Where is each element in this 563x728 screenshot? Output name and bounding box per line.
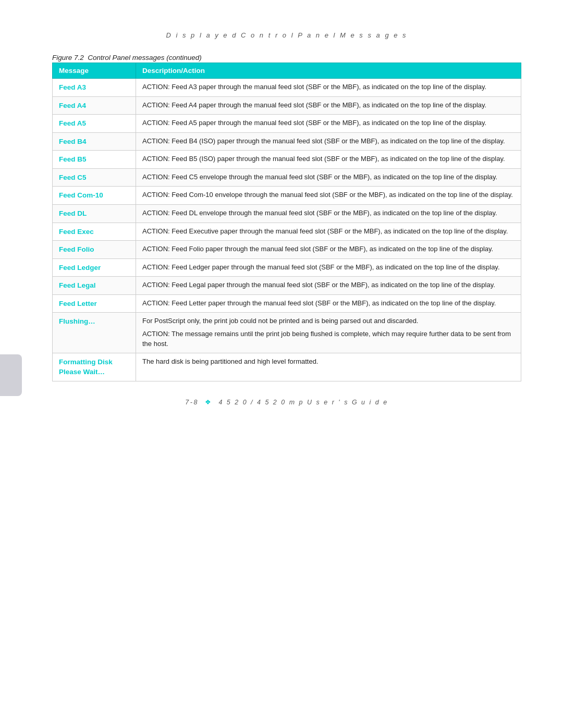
description-cell: ACTION: Feed C5 envelope through the man… [136,168,521,187]
figure-title: Figure 7.2 Control Panel messages (conti… [52,54,202,61]
col-description-header: Description/Action [136,63,521,79]
footer-guide-text: 4 5 2 0 / 4 5 2 0 m p U s e r ' s G u i … [218,399,388,406]
message-cell: Feed B5 [53,151,136,169]
table-row: Feed Com-10ACTION: Feed Com-10 envelope … [53,187,521,205]
table-row: Formatting DiskPlease Wait…The hard disk… [53,353,521,381]
table-row: Feed LedgerACTION: Feed Ledger paper thr… [53,258,521,277]
message-cell: Feed Ledger [53,258,136,277]
description-cell: ACTION: Feed A5 paper through the manual… [136,115,521,133]
table-row: Feed FolioACTION: Feed Folio paper throu… [53,241,521,259]
message-cell: Feed A4 [53,96,136,115]
description-cell: ACTION: Feed Folio paper through the man… [136,241,521,259]
description-cell: ACTION: Feed Letter paper through the ma… [136,294,521,313]
description-cell: ACTION: Feed Com-10 envelope through the… [136,187,521,205]
description-cell: ACTION: Feed DL envelope through the man… [136,204,521,223]
table-row: Feed A5ACTION: Feed A5 paper through the… [53,115,521,133]
table-row: Feed B4ACTION: Feed B4 (ISO) paper throu… [53,132,521,151]
message-cell: Feed Com-10 [53,187,136,205]
page-container: D i s p l a y e d C o n t r o l P a n e … [0,0,563,728]
table-row: Feed LegalACTION: Feed Legal paper throu… [53,277,521,295]
message-cell: Feed A5 [53,115,136,133]
table-row: Feed C5ACTION: Feed C5 envelope through … [53,168,521,187]
page-footer: 7-8 ❖ 4 5 2 0 / 4 5 2 0 m p U s e r ' s … [52,398,521,406]
footer-page-number: 7-8 [185,399,199,406]
figure-title-text: Control Panel messages [88,54,164,61]
footer-diamond: ❖ [205,398,213,406]
description-cell: ACTION: Feed B4 (ISO) paper through the … [136,132,521,151]
page-subtitle: D i s p l a y e d C o n t r o l P a n e … [52,31,521,39]
description-cell: For PostScript only, the print job could… [136,313,521,353]
message-cell: Feed C5 [53,168,136,187]
table-row: Feed DLACTION: Feed DL envelope through … [53,204,521,223]
control-panel-table: Message Description/Action Feed A3ACTION… [52,63,521,381]
table-row: Feed A3ACTION: Feed A3 paper through the… [53,79,521,97]
col-message-header: Message [53,63,136,79]
table-row: Feed A4ACTION: Feed A4 paper through the… [53,96,521,115]
table-row: Feed B5ACTION: Feed B5 (ISO) paper throu… [53,151,521,169]
description-cell: ACTION: Feed B5 (ISO) paper through the … [136,151,521,169]
table-header-row: Message Description/Action [53,63,521,79]
description-cell: ACTION: Feed Legal paper through the man… [136,277,521,295]
tab-indicator [0,354,22,396]
message-cell: Feed Legal [53,277,136,295]
message-cell: Feed Exec [53,223,136,241]
message-cell: Flushing… [53,313,136,353]
description-cell: ACTION: Feed Executive paper through the… [136,223,521,241]
description-cell: ACTION: Feed A4 paper through the manual… [136,96,521,115]
figure-label: Figure 7.2 [52,54,84,61]
message-cell: Formatting DiskPlease Wait… [53,353,136,381]
message-cell: Feed Letter [53,294,136,313]
message-cell: Feed B4 [53,132,136,151]
figure-header: Figure 7.2 Control Panel messages (conti… [52,54,521,61]
description-cell: The hard disk is being partitioned and h… [136,353,521,381]
table-row: Feed ExecACTION: Feed Executive paper th… [53,223,521,241]
description-cell: ACTION: Feed Ledger paper through the ma… [136,258,521,277]
message-cell: Feed Folio [53,241,136,259]
table-row: Feed LetterACTION: Feed Letter paper thr… [53,294,521,313]
description-cell: ACTION: Feed A3 paper through the manual… [136,79,521,97]
table-row: Flushing…For PostScript only, the print … [53,313,521,353]
message-cell: Feed DL [53,204,136,223]
figure-title-suffix: (continued) [166,54,202,61]
message-cell: Feed A3 [53,79,136,97]
